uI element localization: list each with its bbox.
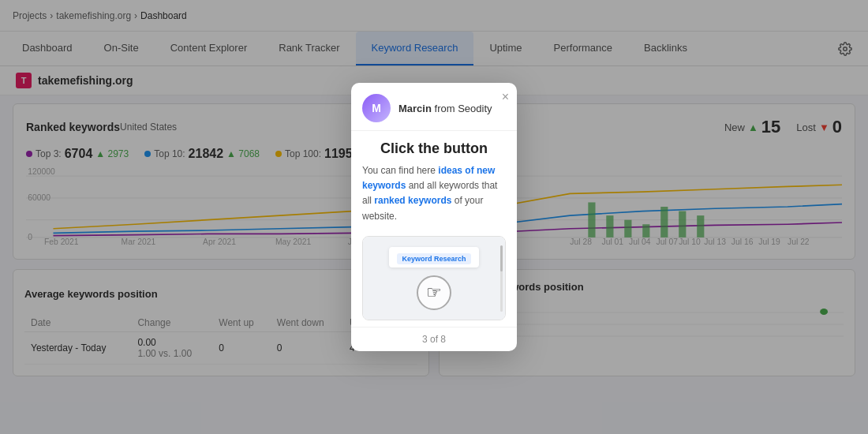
- modal-body-bold2: ranked keywords: [374, 195, 451, 206]
- modal-close-button[interactable]: ×: [502, 91, 509, 103]
- modal-title: Click the button: [362, 140, 506, 157]
- modal-header: M Marcin from Seodity ×: [351, 83, 517, 131]
- modal-image-inner: Keyword Research ☞: [363, 237, 505, 320]
- modal-body: You can find here ideas of new keywords …: [351, 160, 517, 230]
- modal-pagination: 3 of 8: [422, 334, 446, 345]
- modal-overlay[interactable]: M Marcin from Seodity × Click the button…: [0, 0, 868, 434]
- keyword-research-tag: Keyword Research: [397, 253, 470, 264]
- modal-footer: 3 of 8: [351, 327, 517, 351]
- modal-scrollbar-thumb: [500, 245, 503, 271]
- modal-image-area: Keyword Research ☞: [362, 236, 506, 320]
- avatar: M: [362, 94, 391, 122]
- modal-user: Marcin from Seodity: [398, 103, 492, 114]
- modal: M Marcin from Seodity × Click the button…: [351, 83, 517, 351]
- click-circle: ☞: [417, 275, 451, 310]
- modal-title-section: Click the button: [351, 131, 517, 160]
- modal-user-name: Marcin: [398, 103, 432, 114]
- modal-body-part1: You can find here: [362, 165, 438, 176]
- modal-scrollbar[interactable]: [500, 245, 503, 312]
